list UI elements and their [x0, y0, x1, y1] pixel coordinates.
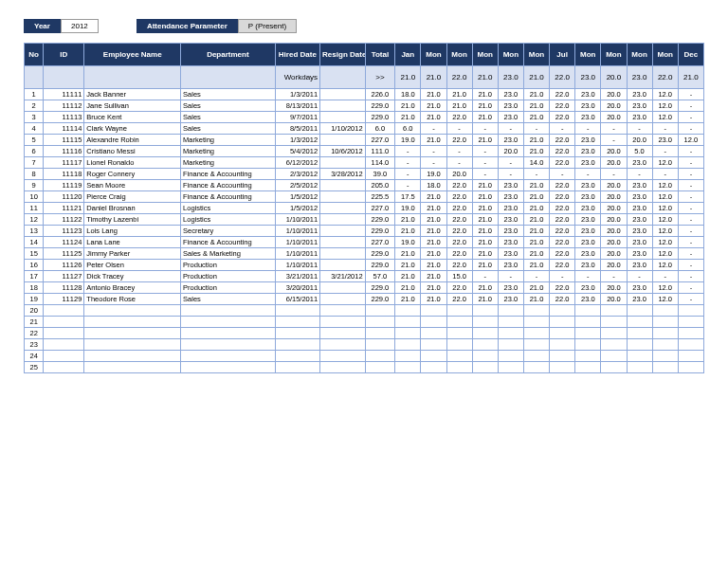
table-row[interactable]: 911119Sean MooreFinance & Accounting2/5/…: [25, 180, 704, 191]
table-row[interactable]: 21: [25, 317, 704, 328]
workdays-label: Workdays: [275, 66, 319, 89]
month-workdays: 21.0: [523, 66, 549, 89]
col-header: Mon: [601, 44, 627, 66]
table-row[interactable]: 1911129Theodore RoseSales6/15/2011229.02…: [25, 294, 704, 305]
attendance-table-wrap: NoIDEmployee NameDepartmentHired DateRes…: [24, 43, 704, 373]
col-header: Mon: [627, 44, 652, 66]
col-header: Dec: [678, 44, 703, 66]
year-group: Year 2012: [24, 19, 99, 33]
month-workdays: 22.0: [652, 66, 678, 89]
month-workdays: 23.0: [575, 66, 601, 89]
year-input[interactable]: 2012: [61, 19, 99, 33]
col-header: ID: [44, 44, 84, 66]
col-header: No: [25, 44, 44, 66]
col-header: Mon: [575, 44, 601, 66]
col-header: Mon: [523, 44, 549, 66]
table-row[interactable]: 311113Bruce KentSales9/7/2011229.021.021…: [25, 112, 704, 123]
table-row[interactable]: 1511125Jimmy ParkerSales & Marketing1/10…: [25, 248, 704, 260]
month-workdays: 21.0: [472, 66, 498, 89]
table-row[interactable]: 211112Jane SullivanSales8/13/2011229.021…: [25, 100, 704, 112]
col-header: Total: [365, 44, 395, 66]
table-row[interactable]: 1211122Timothy LazenbiLogistics1/10/2011…: [25, 214, 704, 226]
table-row[interactable]: 811118Roger ConneryFinance & Accounting2…: [25, 169, 704, 180]
table-row[interactable]: 111111Jack BannerSales1/3/2011226.018.02…: [25, 89, 704, 100]
month-workdays: 21.0: [678, 66, 703, 89]
month-workdays: 21.0: [395, 66, 421, 89]
table-row[interactable]: 25: [25, 362, 704, 373]
table-row[interactable]: 1711127Dick TraceyProduction3/21/20113/2…: [25, 271, 704, 282]
table-row[interactable]: 1011120Pierce CraigFinance & Accounting1…: [25, 191, 704, 203]
year-label: Year: [24, 19, 61, 33]
table-row[interactable]: 1411124Lana LaneFinance & Accounting1/10…: [25, 237, 704, 248]
month-workdays: 20.0: [601, 66, 627, 89]
table-row[interactable]: 411114Clark WayneSales8/5/20111/10/20126…: [25, 123, 704, 135]
attendance-group: Attendance Parameter P (Present): [136, 19, 297, 33]
month-workdays: 22.0: [550, 66, 575, 89]
table-row[interactable]: 711117Lionel RonaldoMarketing6/12/201211…: [25, 157, 704, 169]
table-row[interactable]: 1311123Lois LangSecretary1/10/2011229.02…: [25, 226, 704, 237]
table-body: 111111Jack BannerSales1/3/2011226.018.02…: [25, 89, 704, 373]
month-workdays: 21.0: [421, 66, 446, 89]
table-row[interactable]: 23: [25, 339, 704, 351]
top-bar: Year 2012 Attendance Parameter P (Presen…: [24, 19, 704, 33]
col-header: Resign Date: [320, 44, 365, 66]
col-header: Department: [181, 44, 276, 66]
col-header: Mon: [446, 44, 472, 66]
col-header: Employee Name: [84, 44, 181, 66]
col-header: Mon: [421, 44, 446, 66]
attendance-label: Attendance Parameter: [136, 19, 238, 33]
table-row[interactable]: 1611126Peter OlsenProduction1/10/2011229…: [25, 260, 704, 271]
header-row: NoIDEmployee NameDepartmentHired DateRes…: [25, 44, 704, 66]
month-workdays: 22.0: [446, 66, 472, 89]
col-header: Mon: [472, 44, 498, 66]
col-header: Jul: [550, 44, 575, 66]
month-workdays: 23.0: [498, 66, 523, 89]
col-header: Mon: [652, 44, 678, 66]
table-row[interactable]: 24: [25, 351, 704, 362]
month-workdays: 23.0: [627, 66, 652, 89]
attendance-input[interactable]: P (Present): [238, 19, 297, 33]
col-header: Mon: [498, 44, 523, 66]
table-row[interactable]: 1811128Antonio BraceyProduction3/20/2011…: [25, 282, 704, 294]
table-row[interactable]: 1111121Daniel BrosnanLogistics1/5/201222…: [25, 203, 704, 214]
table-row[interactable]: 611116Cristiano MessiMarketing5/4/201210…: [25, 146, 704, 157]
table-row[interactable]: 511115Alexandre RobinMarketing1/3/201222…: [25, 135, 704, 146]
col-header: Hired Date: [275, 44, 319, 66]
attendance-table: NoIDEmployee NameDepartmentHired DateRes…: [24, 43, 704, 373]
col-header: Jan: [395, 44, 421, 66]
table-row[interactable]: 22: [25, 328, 704, 339]
table-row[interactable]: 20: [25, 305, 704, 317]
subheader-row: Workdays>>21.021.022.021.023.021.022.023…: [25, 66, 704, 89]
arrow: >>: [365, 66, 395, 89]
